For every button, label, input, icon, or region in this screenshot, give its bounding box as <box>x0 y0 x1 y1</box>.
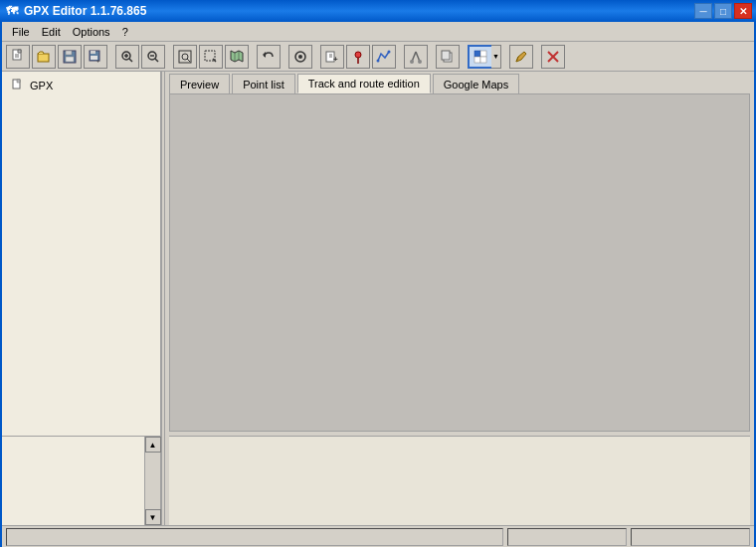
toolbar-display-dropdown[interactable]: ▼ <box>491 45 501 69</box>
content-area: GPX ▲ ▼ Preview Point list <box>2 72 754 525</box>
toolbar-copy-btn[interactable] <box>436 45 460 69</box>
main-view-area <box>169 93 750 432</box>
sep1 <box>109 45 113 69</box>
toolbar-save-btn[interactable] <box>58 45 82 69</box>
toolbar-saveas-btn[interactable]: + <box>84 45 107 69</box>
status-section-2 <box>507 528 627 546</box>
svg-point-28 <box>298 55 302 59</box>
title-bar-left: 🗺 GPX Editor 1.1.76.865 <box>4 3 146 19</box>
bottom-right-panel <box>169 436 750 525</box>
status-section-3 <box>631 528 750 546</box>
toolbar-open-btn[interactable] <box>32 45 56 69</box>
menu-file[interactable]: File <box>6 24 36 40</box>
toolbar-undo-btn[interactable] <box>257 45 281 69</box>
svg-rect-8 <box>91 51 95 54</box>
toolbar-pen-btn[interactable] <box>509 45 533 69</box>
menu-bar: File Edit Options ? <box>2 22 754 42</box>
tab-bar: Preview Point list Track and route editi… <box>165 72 754 93</box>
svg-rect-41 <box>442 51 450 60</box>
status-section-1 <box>6 528 503 546</box>
toolbar-insert-btn[interactable]: + <box>320 45 344 69</box>
tree-item-label: GPX <box>30 80 53 91</box>
tree-item-gpx[interactable]: GPX <box>6 76 156 95</box>
sep4 <box>283 45 286 69</box>
title-bar-text: GPX Editor 1.1.76.865 <box>24 4 146 18</box>
sep8 <box>462 45 466 69</box>
left-bottom-panel: ▲ ▼ <box>2 436 160 525</box>
toolbar: + + <box>2 42 754 72</box>
tab-google-maps[interactable]: Google Maps <box>433 74 519 93</box>
left-scrollbar: ▲ ▼ <box>144 437 160 525</box>
toolbar-route-btn[interactable] <box>372 45 396 69</box>
menu-edit[interactable]: Edit <box>36 24 67 40</box>
right-panel: Preview Point list Track and route editi… <box>165 72 754 525</box>
toolbar-delete-btn[interactable] <box>541 45 565 69</box>
svg-text:+: + <box>333 55 338 64</box>
svg-point-38 <box>410 60 414 64</box>
scroll-up-btn[interactable]: ▲ <box>145 437 161 453</box>
left-panel: GPX ▲ ▼ <box>2 72 161 525</box>
tab-preview[interactable]: Preview <box>169 74 230 93</box>
svg-point-39 <box>418 60 422 64</box>
close-button[interactable]: ✕ <box>734 3 752 19</box>
svg-line-16 <box>155 59 158 62</box>
toolbar-display-btn[interactable] <box>468 45 491 69</box>
toolbar-cut-btn[interactable] <box>404 45 428 69</box>
svg-rect-5 <box>66 51 72 55</box>
toolbar-waypoint-btn[interactable] <box>346 45 370 69</box>
minimize-button[interactable]: ─ <box>694 3 712 19</box>
title-bar: 🗺 GPX Editor 1.1.76.865 ─ □ ✕ <box>0 0 756 22</box>
svg-point-35 <box>388 50 391 53</box>
sep2 <box>167 45 171 69</box>
sep7 <box>430 45 434 69</box>
tree-area: GPX <box>2 72 160 436</box>
svg-point-33 <box>355 52 361 58</box>
toolbar-new-btn[interactable] <box>6 45 30 69</box>
app-icon: 🗺 <box>4 3 20 19</box>
svg-line-20 <box>187 59 190 62</box>
svg-marker-23 <box>231 51 243 62</box>
svg-rect-6 <box>66 57 74 62</box>
tree-item-icon <box>10 78 26 93</box>
menu-help[interactable]: ? <box>116 24 134 40</box>
svg-line-12 <box>129 59 132 62</box>
scroll-down-btn[interactable]: ▼ <box>145 509 161 525</box>
svg-point-34 <box>377 59 380 62</box>
tab-track-route-edition[interactable]: Track and route edition <box>297 74 431 93</box>
svg-line-22 <box>213 59 216 62</box>
svg-rect-42 <box>474 51 480 57</box>
main-window: File Edit Options ? + <box>0 22 756 547</box>
svg-marker-26 <box>263 52 266 58</box>
status-bar <box>2 525 754 547</box>
svg-rect-45 <box>480 57 486 63</box>
menu-options[interactable]: Options <box>67 24 116 40</box>
svg-rect-3 <box>38 54 49 62</box>
sep5 <box>314 45 318 69</box>
toolbar-zoomfit-btn[interactable] <box>173 45 197 69</box>
tab-point-list[interactable]: Point list <box>232 74 295 93</box>
svg-rect-43 <box>480 51 486 57</box>
title-bar-controls: ─ □ ✕ <box>694 3 752 19</box>
sep6 <box>398 45 402 69</box>
sep3 <box>251 45 255 69</box>
toolbar-drop-btn[interactable] <box>288 45 312 69</box>
maximize-button[interactable]: □ <box>714 3 732 19</box>
svg-text:+: + <box>96 58 100 64</box>
sep10 <box>535 45 539 69</box>
sep9 <box>503 45 507 69</box>
svg-rect-44 <box>474 57 480 63</box>
toolbar-map-btn[interactable] <box>225 45 249 69</box>
toolbar-zoomin-btn[interactable] <box>115 45 139 69</box>
toolbar-zoomout-btn[interactable] <box>141 45 165 69</box>
toolbar-zoomsel-btn[interactable] <box>199 45 223 69</box>
